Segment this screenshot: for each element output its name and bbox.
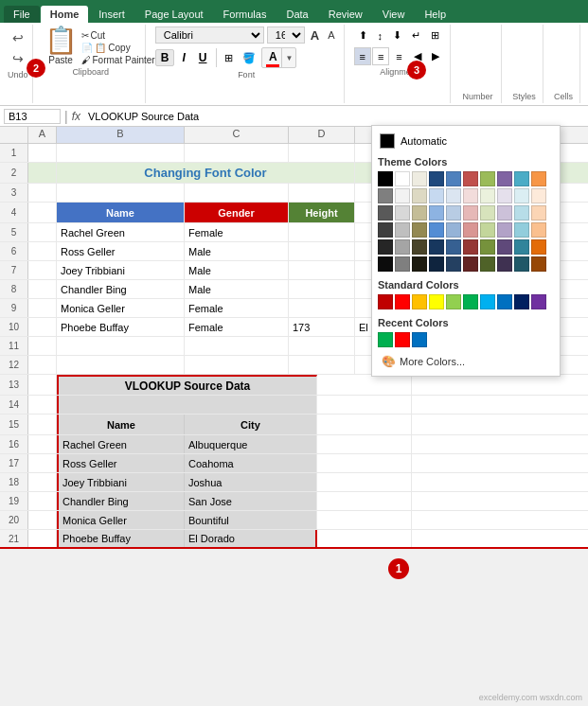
color-swatch[interactable] bbox=[531, 205, 546, 221]
wrap-text-button[interactable]: ↵ bbox=[407, 26, 425, 44]
color-swatch[interactable] bbox=[429, 205, 444, 221]
tab-insert[interactable]: Insert bbox=[89, 6, 134, 23]
cell[interactable] bbox=[28, 337, 57, 355]
cell[interactable] bbox=[289, 299, 355, 317]
underline-button[interactable]: U bbox=[193, 49, 213, 66]
cell[interactable]: Chandler Bing bbox=[57, 492, 185, 510]
cell[interactable] bbox=[289, 280, 355, 298]
color-swatch[interactable] bbox=[531, 294, 546, 309]
color-swatch[interactable] bbox=[395, 222, 410, 238]
color-swatch[interactable] bbox=[531, 222, 546, 238]
cell[interactable] bbox=[317, 473, 412, 491]
cell[interactable] bbox=[185, 144, 289, 162]
color-swatch[interactable] bbox=[497, 294, 512, 309]
color-swatch[interactable] bbox=[446, 188, 461, 203]
cell[interactable] bbox=[28, 492, 57, 510]
font-name-select[interactable]: Calibri bbox=[155, 26, 264, 44]
color-swatch[interactable] bbox=[429, 222, 444, 238]
cell[interactable] bbox=[28, 203, 57, 222]
color-swatch[interactable] bbox=[395, 205, 410, 221]
align-top-button[interactable]: ⬆ bbox=[354, 26, 372, 44]
cell[interactable] bbox=[317, 511, 412, 529]
tab-help[interactable]: Help bbox=[415, 6, 455, 23]
cell[interactable] bbox=[185, 184, 289, 202]
cell[interactable] bbox=[57, 356, 185, 374]
cell-title[interactable]: Changing Font Color bbox=[57, 163, 355, 183]
cell[interactable] bbox=[28, 299, 57, 317]
cell[interactable] bbox=[289, 337, 355, 355]
cell[interactable] bbox=[28, 530, 57, 547]
cell[interactable]: Joey Tribbiani bbox=[57, 261, 185, 279]
cell[interactable] bbox=[28, 223, 57, 241]
color-swatch[interactable] bbox=[412, 256, 427, 272]
tab-page-layout[interactable]: Page Layout bbox=[135, 6, 213, 23]
color-swatch[interactable] bbox=[514, 171, 529, 186]
cell[interactable]: Male bbox=[185, 280, 289, 298]
decrease-font-button[interactable]: A bbox=[325, 28, 337, 42]
paste-button[interactable]: 📋 Paste bbox=[45, 26, 78, 65]
font-color-button[interactable]: A bbox=[262, 49, 281, 67]
cell[interactable] bbox=[317, 415, 412, 434]
bold-button[interactable]: B bbox=[155, 49, 175, 66]
cell[interactable] bbox=[317, 435, 412, 453]
color-swatch[interactable] bbox=[480, 256, 495, 272]
tab-review[interactable]: Review bbox=[319, 6, 372, 23]
cell[interactable]: Male bbox=[185, 242, 289, 260]
color-swatch[interactable] bbox=[480, 294, 495, 309]
color-swatch[interactable] bbox=[446, 256, 461, 272]
cell-reference-input[interactable]: B13 bbox=[4, 109, 61, 124]
color-swatch[interactable] bbox=[395, 239, 410, 255]
cell[interactable] bbox=[57, 184, 185, 202]
color-swatch[interactable] bbox=[514, 239, 529, 255]
color-swatch[interactable] bbox=[514, 294, 529, 309]
cell[interactable] bbox=[28, 163, 57, 183]
color-swatch[interactable] bbox=[378, 222, 393, 238]
cell[interactable] bbox=[28, 415, 57, 434]
color-swatch[interactable] bbox=[497, 256, 512, 272]
font-size-select[interactable]: 16 bbox=[267, 26, 305, 44]
color-swatch[interactable] bbox=[412, 171, 427, 186]
align-left-button[interactable]: ≡ bbox=[354, 47, 371, 65]
cell[interactable]: Male bbox=[185, 261, 289, 279]
cell[interactable] bbox=[28, 435, 57, 453]
color-swatch[interactable] bbox=[463, 188, 478, 203]
tab-view[interactable]: View bbox=[373, 6, 415, 23]
cell[interactable] bbox=[289, 184, 355, 202]
align-middle-button[interactable]: ↕ bbox=[373, 26, 388, 44]
color-swatch[interactable] bbox=[514, 222, 529, 238]
color-swatch[interactable] bbox=[514, 188, 529, 203]
align-bottom-button[interactable]: ⬇ bbox=[388, 26, 406, 44]
cell[interactable] bbox=[28, 261, 57, 279]
color-swatch[interactable] bbox=[429, 256, 444, 272]
color-swatch[interactable] bbox=[378, 332, 393, 347]
color-swatch[interactable] bbox=[446, 171, 461, 186]
cell[interactable] bbox=[28, 144, 57, 162]
cell[interactable] bbox=[28, 396, 57, 414]
redo-button[interactable]: ↪ bbox=[8, 49, 28, 68]
color-swatch[interactable] bbox=[463, 222, 478, 238]
color-swatch[interactable] bbox=[531, 239, 546, 255]
font-color-container[interactable]: A ▼ bbox=[261, 47, 296, 68]
automatic-color-row[interactable]: Automatic bbox=[378, 132, 554, 150]
color-swatch[interactable] bbox=[378, 294, 393, 309]
cell-height-header[interactable]: Height bbox=[289, 203, 355, 222]
tab-file[interactable]: File bbox=[4, 6, 40, 23]
color-swatch[interactable] bbox=[378, 188, 393, 203]
color-swatch[interactable] bbox=[378, 239, 393, 255]
color-swatch[interactable] bbox=[429, 188, 444, 203]
increase-indent-button[interactable]: ▶ bbox=[427, 47, 444, 65]
cell-name-header[interactable]: Name bbox=[57, 203, 185, 222]
color-swatch[interactable] bbox=[429, 171, 444, 186]
cell[interactable]: Female bbox=[185, 299, 289, 317]
color-swatch[interactable] bbox=[429, 239, 444, 255]
color-swatch[interactable] bbox=[412, 188, 427, 203]
color-swatch[interactable] bbox=[446, 294, 461, 309]
tab-data[interactable]: Data bbox=[276, 6, 317, 23]
cell[interactable] bbox=[289, 356, 355, 374]
copy-button[interactable]: 📄 📋 Copy bbox=[81, 43, 155, 53]
cell[interactable]: Female bbox=[185, 223, 289, 241]
increase-font-button[interactable]: A bbox=[308, 27, 322, 44]
cell-gender-header[interactable]: Gender bbox=[185, 203, 289, 222]
color-swatch[interactable] bbox=[463, 256, 478, 272]
cell[interactable] bbox=[28, 454, 57, 472]
